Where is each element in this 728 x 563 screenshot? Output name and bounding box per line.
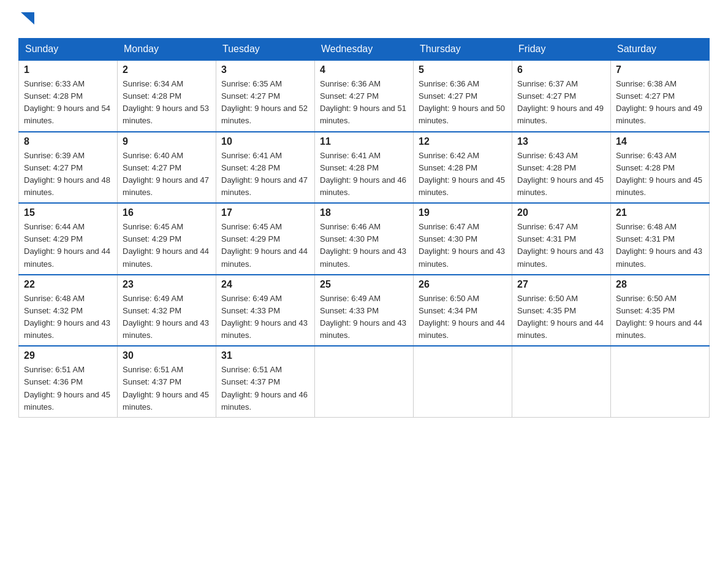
- calendar-cell: 11Sunrise: 6:41 AMSunset: 4:28 PMDayligh…: [315, 132, 414, 204]
- day-number: 7: [616, 64, 704, 75]
- day-number: 18: [320, 207, 408, 218]
- calendar-cell: [512, 346, 611, 417]
- day-number: 23: [123, 279, 211, 290]
- day-info: Sunrise: 6:51 AMSunset: 4:37 PMDaylight:…: [221, 364, 309, 413]
- day-number: 2: [123, 64, 211, 75]
- calendar-cell: 17Sunrise: 6:45 AMSunset: 4:29 PMDayligh…: [216, 203, 315, 275]
- calendar-cell: 20Sunrise: 6:47 AMSunset: 4:31 PMDayligh…: [512, 203, 611, 275]
- day-number: 15: [24, 207, 112, 218]
- calendar-cell: [414, 346, 512, 417]
- calendar-cell: 10Sunrise: 6:41 AMSunset: 4:28 PMDayligh…: [216, 132, 315, 204]
- col-header-saturday: Saturday: [611, 39, 710, 61]
- day-info: Sunrise: 6:48 AMSunset: 4:31 PMDaylight:…: [616, 221, 704, 270]
- day-info: Sunrise: 6:35 AMSunset: 4:27 PMDaylight:…: [221, 78, 309, 128]
- day-number: 8: [24, 136, 112, 147]
- day-number: 20: [517, 207, 605, 218]
- day-number: 30: [123, 350, 211, 361]
- day-number: 10: [221, 136, 309, 147]
- day-number: 16: [123, 207, 211, 218]
- day-info: Sunrise: 6:43 AMSunset: 4:28 PMDaylight:…: [517, 150, 605, 199]
- day-info: Sunrise: 6:49 AMSunset: 4:32 PMDaylight:…: [123, 293, 211, 342]
- calendar-cell: 14Sunrise: 6:43 AMSunset: 4:28 PMDayligh…: [611, 132, 710, 204]
- calendar-cell: 30Sunrise: 6:51 AMSunset: 4:37 PMDayligh…: [118, 346, 216, 417]
- calendar-table: SundayMondayTuesdayWednesdayThursdayFrid…: [18, 38, 710, 418]
- calendar-cell: 9Sunrise: 6:40 AMSunset: 4:27 PMDaylight…: [118, 132, 216, 204]
- day-info: Sunrise: 6:37 AMSunset: 4:27 PMDaylight:…: [517, 78, 605, 128]
- week-row-4: 22Sunrise: 6:48 AMSunset: 4:32 PMDayligh…: [19, 275, 710, 347]
- day-number: 25: [320, 279, 408, 290]
- day-info: Sunrise: 6:50 AMSunset: 4:34 PMDaylight:…: [419, 293, 507, 342]
- day-info: Sunrise: 6:41 AMSunset: 4:28 PMDaylight:…: [221, 150, 309, 199]
- day-number: 6: [517, 64, 605, 75]
- col-header-monday: Monday: [118, 39, 216, 61]
- calendar-cell: 4Sunrise: 6:36 AMSunset: 4:27 PMDaylight…: [315, 60, 414, 132]
- day-number: 29: [24, 350, 112, 361]
- week-row-5: 29Sunrise: 6:51 AMSunset: 4:36 PMDayligh…: [19, 346, 710, 417]
- day-number: 26: [419, 279, 507, 290]
- calendar-cell: [611, 346, 710, 417]
- day-number: 13: [517, 136, 605, 147]
- day-info: Sunrise: 6:41 AMSunset: 4:28 PMDaylight:…: [320, 150, 408, 199]
- day-number: 3: [221, 64, 309, 75]
- col-header-thursday: Thursday: [414, 39, 512, 61]
- calendar-cell: 3Sunrise: 6:35 AMSunset: 4:27 PMDaylight…: [216, 60, 315, 132]
- svg-marker-0: [21, 12, 34, 25]
- week-row-3: 15Sunrise: 6:44 AMSunset: 4:29 PMDayligh…: [19, 203, 710, 275]
- day-number: 31: [221, 350, 309, 361]
- calendar-cell: 12Sunrise: 6:42 AMSunset: 4:28 PMDayligh…: [414, 132, 512, 204]
- day-info: Sunrise: 6:42 AMSunset: 4:28 PMDaylight:…: [419, 150, 507, 199]
- calendar-cell: 1Sunrise: 6:33 AMSunset: 4:28 PMDaylight…: [19, 60, 118, 132]
- day-info: Sunrise: 6:50 AMSunset: 4:35 PMDaylight:…: [517, 293, 605, 342]
- calendar-cell: 7Sunrise: 6:38 AMSunset: 4:27 PMDaylight…: [611, 60, 710, 132]
- calendar-cell: 19Sunrise: 6:47 AMSunset: 4:30 PMDayligh…: [414, 203, 512, 275]
- calendar-cell: 16Sunrise: 6:45 AMSunset: 4:29 PMDayligh…: [118, 203, 216, 275]
- day-info: Sunrise: 6:48 AMSunset: 4:32 PMDaylight:…: [24, 293, 112, 342]
- day-info: Sunrise: 6:43 AMSunset: 4:28 PMDaylight:…: [616, 150, 704, 199]
- day-number: 24: [221, 279, 309, 290]
- col-header-tuesday: Tuesday: [216, 39, 315, 61]
- day-number: 27: [517, 279, 605, 290]
- day-number: 1: [24, 64, 112, 75]
- calendar-cell: 23Sunrise: 6:49 AMSunset: 4:32 PMDayligh…: [118, 275, 216, 347]
- day-info: Sunrise: 6:34 AMSunset: 4:28 PMDaylight:…: [123, 78, 211, 128]
- day-number: 9: [123, 136, 211, 147]
- calendar-cell: 18Sunrise: 6:46 AMSunset: 4:30 PMDayligh…: [315, 203, 414, 275]
- day-number: 19: [419, 207, 507, 218]
- page-header: [18, 12, 710, 27]
- col-header-wednesday: Wednesday: [315, 39, 414, 61]
- calendar-cell: 31Sunrise: 6:51 AMSunset: 4:37 PMDayligh…: [216, 346, 315, 417]
- day-info: Sunrise: 6:45 AMSunset: 4:29 PMDaylight:…: [221, 221, 309, 270]
- day-number: 11: [320, 136, 408, 147]
- day-number: 4: [320, 64, 408, 75]
- day-info: Sunrise: 6:51 AMSunset: 4:36 PMDaylight:…: [24, 364, 112, 413]
- day-info: Sunrise: 6:40 AMSunset: 4:27 PMDaylight:…: [123, 150, 211, 199]
- calendar-cell: [315, 346, 414, 417]
- day-info: Sunrise: 6:47 AMSunset: 4:30 PMDaylight:…: [419, 221, 507, 270]
- day-number: 28: [616, 279, 704, 290]
- calendar-cell: 27Sunrise: 6:50 AMSunset: 4:35 PMDayligh…: [512, 275, 611, 347]
- day-info: Sunrise: 6:47 AMSunset: 4:31 PMDaylight:…: [517, 221, 605, 270]
- day-info: Sunrise: 6:39 AMSunset: 4:27 PMDaylight:…: [24, 150, 112, 199]
- week-row-2: 8Sunrise: 6:39 AMSunset: 4:27 PMDaylight…: [19, 132, 710, 204]
- day-number: 12: [419, 136, 507, 147]
- calendar-cell: 26Sunrise: 6:50 AMSunset: 4:34 PMDayligh…: [414, 275, 512, 347]
- calendar-cell: 28Sunrise: 6:50 AMSunset: 4:35 PMDayligh…: [611, 275, 710, 347]
- calendar-cell: 5Sunrise: 6:36 AMSunset: 4:27 PMDaylight…: [414, 60, 512, 132]
- calendar-cell: 29Sunrise: 6:51 AMSunset: 4:36 PMDayligh…: [19, 346, 118, 417]
- calendar-cell: 21Sunrise: 6:48 AMSunset: 4:31 PMDayligh…: [611, 203, 710, 275]
- day-info: Sunrise: 6:44 AMSunset: 4:29 PMDaylight:…: [24, 221, 112, 270]
- logo-triangle-icon: [21, 12, 34, 25]
- col-header-friday: Friday: [512, 39, 611, 61]
- day-number: 17: [221, 207, 309, 218]
- day-number: 5: [419, 64, 507, 75]
- day-info: Sunrise: 6:36 AMSunset: 4:27 PMDaylight:…: [320, 78, 408, 128]
- day-info: Sunrise: 6:38 AMSunset: 4:27 PMDaylight:…: [616, 78, 704, 128]
- calendar-cell: 8Sunrise: 6:39 AMSunset: 4:27 PMDaylight…: [19, 132, 118, 204]
- day-number: 22: [24, 279, 112, 290]
- day-info: Sunrise: 6:50 AMSunset: 4:35 PMDaylight:…: [616, 293, 704, 342]
- day-info: Sunrise: 6:45 AMSunset: 4:29 PMDaylight:…: [123, 221, 211, 270]
- day-info: Sunrise: 6:46 AMSunset: 4:30 PMDaylight:…: [320, 221, 408, 270]
- col-header-sunday: Sunday: [19, 39, 118, 61]
- calendar-cell: 6Sunrise: 6:37 AMSunset: 4:27 PMDaylight…: [512, 60, 611, 132]
- day-info: Sunrise: 6:36 AMSunset: 4:27 PMDaylight:…: [419, 78, 507, 128]
